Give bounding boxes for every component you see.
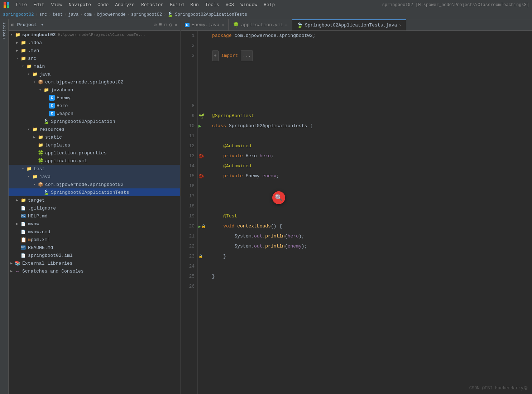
menu-file[interactable]: File <box>13 1 30 8</box>
yml-label: application.yml <box>45 158 87 164</box>
tree-mvnw[interactable]: ▶ 📄 mvnw <box>9 220 180 228</box>
tree-resources[interactable]: ▾ 📁 resources <box>9 125 180 133</box>
tree-mvnwcmd[interactable]: ▶ 📄 mvnw.cmd <box>9 228 180 236</box>
tab-enemy-label: Enemy.java <box>192 22 220 28</box>
gutter-bean-15: 🫘 <box>198 173 204 179</box>
tree-iml[interactable]: ▶ 📄 springboot02.iml <box>9 251 180 259</box>
tree-static[interactable]: ▶ 📁 static <box>9 133 180 141</box>
tree-root[interactable]: ▾ 📁 springboot02 H:\power_node\Projects\… <box>9 31 180 39</box>
tree-gitignore[interactable]: ▶ 📄 .gitignore <box>9 204 180 212</box>
ln-24: 24 <box>181 261 195 272</box>
bc-com[interactable]: com <box>84 12 92 17</box>
code-line-17 <box>212 191 532 201</box>
gutter-run-10[interactable]: ▶ <box>198 123 201 129</box>
bc-springboot02[interactable]: springboot02 <box>3 12 34 17</box>
tree-springapp[interactable]: ▶ 🍃 Springboot02Application <box>9 117 180 125</box>
code-editor[interactable]: 1 2 3 4 5 6 7 8 9 10 11 12 13 14 15 16 1… <box>181 31 532 394</box>
menu-code[interactable]: Code <box>95 1 111 8</box>
code-content[interactable]: package com.bjpowernode.springboot02; + … <box>206 31 532 394</box>
menu-analyze[interactable]: Analyze <box>112 1 138 8</box>
gutter-run-20[interactable]: ▶ <box>198 224 201 229</box>
sidebar-settings-icon[interactable]: ⚙ <box>169 22 172 28</box>
bc-src[interactable]: src <box>39 12 47 17</box>
bc-bjpowernode[interactable]: bjpowernode <box>97 12 125 17</box>
search-fab[interactable]: 🔍 <box>272 191 285 204</box>
bc-sep6: › <box>127 12 130 17</box>
tree-app-yml[interactable]: ▶ 🍀 application.yml <box>9 157 180 165</box>
tree-pomxml[interactable]: ▶ 📋 m pom.xml <box>9 236 180 244</box>
left-tab-bar: Project <box>0 19 9 394</box>
tree-readmemd[interactable]: ▶ MD README.md <box>9 244 180 251</box>
iml-icon: 📄 <box>20 252 27 259</box>
code-line-13: private Hero hero; <box>212 151 532 161</box>
main-layout: Project ⊞ Project ▾ ⊕ ≡ ⊟ ⚙ ✕ ▾ 📁 spring… <box>0 19 532 394</box>
springapp-label: Springboot02Application <box>51 119 115 124</box>
tree-test[interactable]: ▾ 📁 test <box>9 165 180 173</box>
tree-package-main[interactable]: ▾ 📦 com.bjpowernode.springboot02 <box>9 78 180 86</box>
tree-enemy[interactable]: ▶ C Enemy <box>9 94 180 102</box>
java-main-icon: 📁 <box>32 71 38 77</box>
tree-app-properties[interactable]: ▶ 🍀 application.properties <box>9 149 180 157</box>
code-line-20: void contextLoads() { <box>212 221 532 231</box>
tab-yaml-close[interactable]: ✕ <box>285 23 288 27</box>
ln-3: 3 <box>181 51 195 61</box>
tree-package-test[interactable]: ▾ 📦 com.bjpowernode.springboot02 <box>9 181 180 188</box>
tree-helpmd[interactable]: ▶ MD HELP.md <box>9 212 180 220</box>
tab-enemy-close[interactable]: ✕ <box>222 23 224 27</box>
svg-rect-1 <box>7 2 9 5</box>
ln-10: 10 <box>181 121 195 131</box>
sidebar-collapse-icon[interactable]: ≡ <box>159 22 162 28</box>
sidebar-locate-icon[interactable]: ⊕ <box>154 22 157 28</box>
menu-view[interactable]: View <box>48 1 65 8</box>
menu-build[interactable]: Build <box>167 1 187 8</box>
project-tab[interactable]: Project <box>1 19 8 42</box>
tree-scratches[interactable]: ▶ ✏️ Scratches and Consoles <box>9 267 180 275</box>
java-main-arrow: ▾ <box>26 72 32 76</box>
tree-springtest[interactable]: ▶ 🍃 Springboot02ApplicationTests <box>9 188 180 196</box>
sidebar-close-icon[interactable]: ✕ <box>174 22 177 28</box>
package-test-arrow: ▾ <box>32 182 37 187</box>
tree-weapon[interactable]: ▶ C Weapon <box>9 110 180 117</box>
tree-target[interactable]: ▶ 📁 target <box>9 196 180 204</box>
static-icon: 📁 <box>37 134 44 140</box>
menu-run[interactable]: Run <box>187 1 201 8</box>
bc-springboot02-2[interactable]: springboot02 <box>131 12 162 17</box>
menu-window[interactable]: Window <box>238 1 260 8</box>
ln-25: 25 <box>181 272 195 282</box>
tree-main[interactable]: ▾ 📁 main <box>9 62 180 70</box>
props-label: application.properties <box>45 150 107 156</box>
code-line-9: @SpringBootTest <box>212 111 532 121</box>
sidebar-filter-icon[interactable]: ⊟ <box>164 22 167 28</box>
props-icon: 🍀 <box>37 150 44 156</box>
package-test-label: com.bjpowernode.springboot02 <box>45 182 123 187</box>
tree-java-main[interactable]: ▾ 📁 java <box>9 70 180 78</box>
tree-hero[interactable]: ▶ C Hero <box>9 102 180 110</box>
menu-refactor[interactable]: Refactor <box>138 1 166 8</box>
menu-navigate[interactable]: Navigate <box>66 1 94 8</box>
bc-java[interactable]: java <box>68 12 78 17</box>
menu-help[interactable]: Help <box>261 1 278 8</box>
tree-src[interactable]: ▾ 📁 src <box>9 54 180 62</box>
tree-javabean[interactable]: ▾ 📁 javabean <box>9 86 180 94</box>
tree-templates[interactable]: ▶ 📁 templates <box>9 141 180 149</box>
gutter-lock-23: 🔒 <box>198 254 203 259</box>
code-line-23: } <box>212 251 532 261</box>
tab-springtest-close[interactable]: ✕ <box>399 23 402 28</box>
menu-tools[interactable]: Tools <box>202 1 222 8</box>
mvnw-icon: 📄 <box>20 221 27 227</box>
tab-enemy[interactable]: C Enemy.java ✕ <box>181 19 229 30</box>
tab-yaml[interactable]: 🍀 application.yml ✕ <box>229 19 292 30</box>
tree-idea[interactable]: ▶ 📁 .idea <box>9 39 180 47</box>
bc-class[interactable]: Springboot02ApplicationTests <box>175 12 247 17</box>
mvnwcmd-icon: 📄 <box>20 229 27 235</box>
main-icon: 📁 <box>26 63 32 69</box>
tree-mvn[interactable]: ▶ 📁 .mvn <box>9 47 180 54</box>
menu-edit[interactable]: Edit <box>30 1 47 8</box>
bc-test[interactable]: test <box>52 12 63 17</box>
tree-java-test[interactable]: ▾ 📁 java <box>9 173 180 181</box>
templates-label: templates <box>45 143 70 148</box>
menu-vcs[interactable]: VCS <box>223 1 237 8</box>
tree-extlib[interactable]: ▶ 📚 External Libraries <box>9 259 180 267</box>
sidebar-icons: ⊕ ≡ ⊟ ⚙ ✕ <box>154 22 177 28</box>
tab-springtest[interactable]: 🍃 Springboot02ApplicationTests.java ✕ <box>292 19 406 30</box>
